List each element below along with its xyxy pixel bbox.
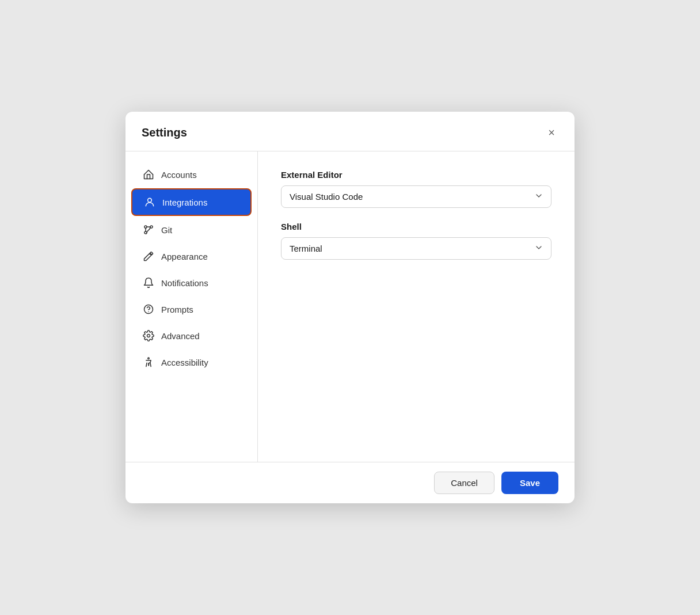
sidebar-item-label: Notifications <box>161 278 208 288</box>
person-icon <box>144 196 155 208</box>
main-content: External Editor Visual Studio Code Subli… <box>258 151 575 462</box>
dialog-title: Settings <box>142 126 187 139</box>
sidebar-item-label: Accounts <box>161 170 197 180</box>
brush-icon <box>143 250 154 262</box>
sidebar: Accounts Integrations <box>125 151 258 462</box>
dialog-body: Accounts Integrations <box>125 151 575 462</box>
svg-point-0 <box>148 198 152 202</box>
sidebar-item-accounts[interactable]: Accounts <box>131 162 252 187</box>
settings-dialog: Settings × Accounts <box>125 112 575 503</box>
sidebar-item-label: Prompts <box>161 305 193 314</box>
sidebar-item-notifications[interactable]: Notifications <box>131 270 252 295</box>
sidebar-item-advanced[interactable]: Advanced <box>131 323 252 348</box>
external-editor-label: External Editor <box>281 170 551 180</box>
sidebar-item-integrations[interactable]: Integrations <box>131 188 252 216</box>
cancel-button[interactable]: Cancel <box>434 472 494 494</box>
sidebar-item-accessibility[interactable]: Accessibility <box>131 350 252 375</box>
sidebar-item-appearance[interactable]: Appearance <box>131 244 252 269</box>
sidebar-item-prompts[interactable]: Prompts <box>131 297 252 322</box>
sidebar-item-label: Advanced <box>161 331 200 341</box>
svg-point-5 <box>144 305 153 314</box>
home-icon <box>143 169 154 180</box>
accessibility-icon <box>143 356 154 368</box>
sidebar-item-label: Appearance <box>161 252 208 261</box>
sidebar-item-label: Git <box>161 225 172 235</box>
gear-icon <box>143 330 154 341</box>
close-button[interactable]: × <box>542 123 561 142</box>
sidebar-item-git[interactable]: Git <box>131 217 252 242</box>
svg-point-7 <box>147 335 150 337</box>
sidebar-item-label: Accessibility <box>161 358 208 367</box>
bell-icon <box>143 277 154 288</box>
git-icon <box>143 224 154 236</box>
svg-point-8 <box>148 358 150 359</box>
external-editor-select-wrapper: Visual Studio Code Sublime Text Atom Vim… <box>281 185 551 208</box>
shell-select[interactable]: Terminal iTerm2 Hyper Warp <box>281 237 551 260</box>
save-button[interactable]: Save <box>501 472 558 494</box>
external-editor-select[interactable]: Visual Studio Code Sublime Text Atom Vim… <box>281 185 551 208</box>
sidebar-item-label: Integrations <box>162 198 207 207</box>
shell-label: Shell <box>281 222 551 231</box>
shell-select-wrapper: Terminal iTerm2 Hyper Warp <box>281 237 551 260</box>
dialog-footer: Cancel Save <box>125 462 575 503</box>
help-circle-icon <box>143 303 154 315</box>
dialog-header: Settings × <box>125 112 575 151</box>
